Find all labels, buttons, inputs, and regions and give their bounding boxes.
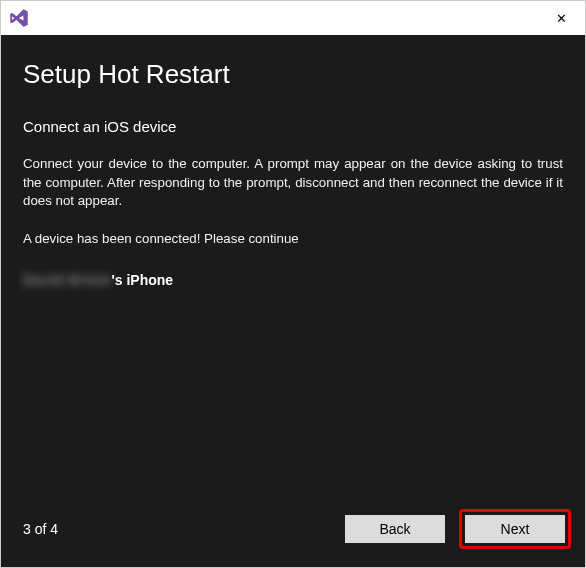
next-button[interactable]: Next: [465, 515, 565, 543]
device-name-suffix: 's iPhone: [111, 272, 173, 288]
titlebar: ✕: [1, 1, 585, 35]
setup-wizard-window: ✕ Setup Hot Restart Connect an iOS devic…: [0, 0, 586, 568]
button-row: Back Next: [345, 509, 571, 549]
back-button[interactable]: Back: [345, 515, 445, 543]
instructions-text: Connect your device to the computer. A p…: [23, 155, 563, 211]
page-subtitle: Connect an iOS device: [23, 118, 563, 135]
next-button-highlight: Next: [459, 509, 571, 549]
footer: 3 of 4 Back Next: [23, 509, 571, 549]
device-owner-blurred: David Britch: [23, 272, 111, 288]
content-area: Setup Hot Restart Connect an iOS device …: [1, 35, 585, 567]
page-title: Setup Hot Restart: [23, 59, 563, 90]
close-button[interactable]: ✕: [548, 7, 575, 30]
visual-studio-icon: [9, 8, 29, 28]
connected-device: David Britch 's iPhone: [23, 272, 563, 288]
status-text: A device has been connected! Please cont…: [23, 231, 563, 246]
page-indicator: 3 of 4: [23, 521, 58, 537]
